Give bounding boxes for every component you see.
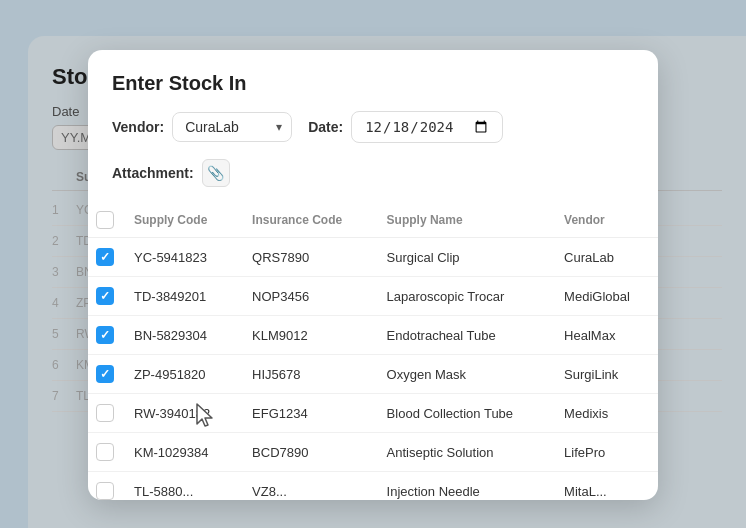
date-label: Date: [308,119,343,135]
cell-insurance-code: VZ8... [240,472,375,501]
vendor-group: Vendor: CuraLabMediGlobalHealMaxSurgiLin… [112,112,292,142]
row-checkbox-3[interactable]: ✓ [96,326,114,344]
cell-vendor: MediGlobal [552,277,658,316]
attachment-icon: 📎 [207,165,224,181]
header-checkbox[interactable] [96,211,114,229]
cell-vendor: HealMax [552,316,658,355]
row-checkbox-cell[interactable] [88,472,122,501]
row-checkbox-2[interactable]: ✓ [96,287,114,305]
modal: Enter Stock In Vendor: CuraLabMediGlobal… [88,50,658,500]
row-checkbox-1[interactable]: ✓ [96,248,114,266]
cell-supply-name: Blood Collection Tube [375,394,552,433]
row-checkbox-6[interactable] [96,443,114,461]
date-input[interactable] [351,111,503,143]
row-checkbox-cell[interactable]: ✓ [88,238,122,277]
row-checkbox-cell[interactable]: ✓ [88,316,122,355]
attachment-label: Attachment: [112,165,194,181]
attachment-button[interactable]: 📎 [202,159,230,187]
cell-vendor: SurgiLink [552,355,658,394]
col-check [88,203,122,238]
modal-header: Enter Stock In Vendor: CuraLabMediGlobal… [88,50,658,187]
cell-insurance-code: NOP3456 [240,277,375,316]
modal-title: Enter Stock In [112,72,634,95]
table-header-row: Supply Code Insurance Code Supply Name V… [88,203,658,238]
modal-controls: Vendor: CuraLabMediGlobalHealMaxSurgiLin… [112,111,634,187]
col-supply-name: Supply Name [375,203,552,238]
table-row: ✓ YC-5941823 QRS7890 Surgical Clip CuraL… [88,238,658,277]
cell-insurance-code: EFG1234 [240,394,375,433]
cell-supply-code: YC-5941823 [122,238,240,277]
table-container[interactable]: Supply Code Insurance Code Supply Name V… [88,203,658,500]
cell-vendor: MitaL... [552,472,658,501]
stock-table: Supply Code Insurance Code Supply Name V… [88,203,658,500]
vendor-label: Vendor: [112,119,164,135]
table-head: Supply Code Insurance Code Supply Name V… [88,203,658,238]
modal-overlay: Enter Stock In Vendor: CuraLabMediGlobal… [0,0,746,528]
cell-insurance-code: HIJ5678 [240,355,375,394]
col-insurance-code: Insurance Code [240,203,375,238]
cell-supply-name: Endotracheal Tube [375,316,552,355]
row-checkbox-cell[interactable] [88,433,122,472]
table-row: TL-5880... VZ8... Injection Needle MitaL… [88,472,658,501]
row-checkbox-5[interactable] [96,404,114,422]
cell-vendor: Medixis [552,394,658,433]
cell-supply-code: KM-1029384 [122,433,240,472]
cell-insurance-code: QRS7890 [240,238,375,277]
table-row: RW-3940182 EFG1234 Blood Collection Tube… [88,394,658,433]
cell-supply-code: BN-5829304 [122,316,240,355]
cell-insurance-code: BCD7890 [240,433,375,472]
table-row: ✓ TD-3849201 NOP3456 Laparoscopic Trocar… [88,277,658,316]
cell-supply-code: TL-5880... [122,472,240,501]
cell-supply-name: Injection Needle [375,472,552,501]
row-checkbox-cell[interactable]: ✓ [88,277,122,316]
attachment-group: Attachment: 📎 [112,159,230,187]
cell-supply-code: ZP-4951820 [122,355,240,394]
cell-supply-name: Oxygen Mask [375,355,552,394]
row-checkbox-cell[interactable]: ✓ [88,355,122,394]
col-supply-code: Supply Code [122,203,240,238]
vendor-select[interactable]: CuraLabMediGlobalHealMaxSurgiLinkMedixis… [172,112,292,142]
cell-supply-name: Laparoscopic Trocar [375,277,552,316]
cell-supply-code: TD-3849201 [122,277,240,316]
vendor-select-wrapper: CuraLabMediGlobalHealMaxSurgiLinkMedixis… [172,112,292,142]
table-row: KM-1029384 BCD7890 Antiseptic Solution L… [88,433,658,472]
table-row: ✓ ZP-4951820 HIJ5678 Oxygen Mask SurgiLi… [88,355,658,394]
cell-supply-name: Antiseptic Solution [375,433,552,472]
table-row: ✓ BN-5829304 KLM9012 Endotracheal Tube H… [88,316,658,355]
cell-insurance-code: KLM9012 [240,316,375,355]
table-body: ✓ YC-5941823 QRS7890 Surgical Clip CuraL… [88,238,658,501]
col-vendor: Vendor [552,203,658,238]
cell-vendor: CuraLab [552,238,658,277]
date-group: Date: [308,111,503,143]
cell-vendor: LifePro [552,433,658,472]
cell-supply-code: RW-3940182 [122,394,240,433]
cell-supply-name: Surgical Clip [375,238,552,277]
row-checkbox-cell[interactable] [88,394,122,433]
row-checkbox-4[interactable]: ✓ [96,365,114,383]
row-checkbox-7[interactable] [96,482,114,500]
